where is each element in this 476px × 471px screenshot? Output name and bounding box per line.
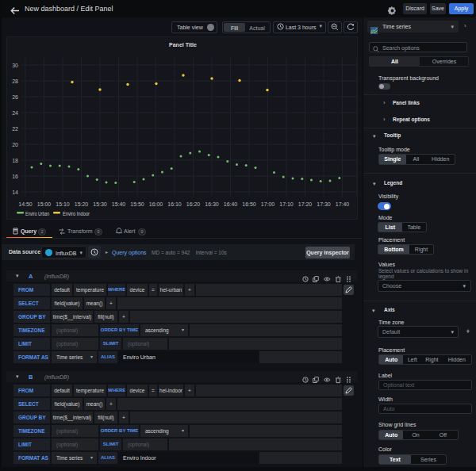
svg-text:24: 24 bbox=[12, 110, 18, 116]
svg-text:18: 18 bbox=[12, 158, 18, 163]
svg-text:16:20: 16:20 bbox=[186, 201, 201, 207]
svg-text:17:40: 17:40 bbox=[336, 201, 350, 207]
svg-text:15:40: 15:40 bbox=[112, 201, 126, 207]
svg-text:22: 22 bbox=[12, 126, 18, 132]
svg-text:17:30: 17:30 bbox=[317, 201, 331, 207]
svg-text:Enviro Indoor: Enviro Indoor bbox=[63, 211, 90, 216]
svg-text:17:10: 17:10 bbox=[279, 201, 294, 207]
svg-text:17:00: 17:00 bbox=[261, 201, 275, 207]
svg-text:17:20: 17:20 bbox=[298, 201, 313, 207]
svg-text:16:30: 16:30 bbox=[205, 201, 219, 207]
svg-text:16: 16 bbox=[12, 174, 18, 179]
svg-text:14: 14 bbox=[12, 190, 18, 195]
svg-text:30: 30 bbox=[12, 63, 18, 68]
svg-text:14:50: 14:50 bbox=[18, 201, 33, 207]
svg-text:26: 26 bbox=[12, 94, 18, 100]
svg-text:16:50: 16:50 bbox=[242, 201, 256, 207]
svg-text:Enviro Urban: Enviro Urban bbox=[25, 211, 49, 216]
svg-text:15:10: 15:10 bbox=[56, 201, 70, 207]
svg-text:16:40: 16:40 bbox=[224, 201, 238, 207]
svg-text:16:00: 16:00 bbox=[149, 201, 163, 207]
svg-text:20: 20 bbox=[12, 142, 18, 147]
svg-text:15:20: 15:20 bbox=[75, 201, 89, 207]
svg-text:28: 28 bbox=[12, 78, 18, 84]
svg-text:16:10: 16:10 bbox=[167, 201, 182, 207]
svg-text:15:00: 15:00 bbox=[37, 201, 52, 207]
svg-text:15:30: 15:30 bbox=[93, 201, 107, 207]
svg-text:15:50: 15:50 bbox=[130, 201, 144, 207]
